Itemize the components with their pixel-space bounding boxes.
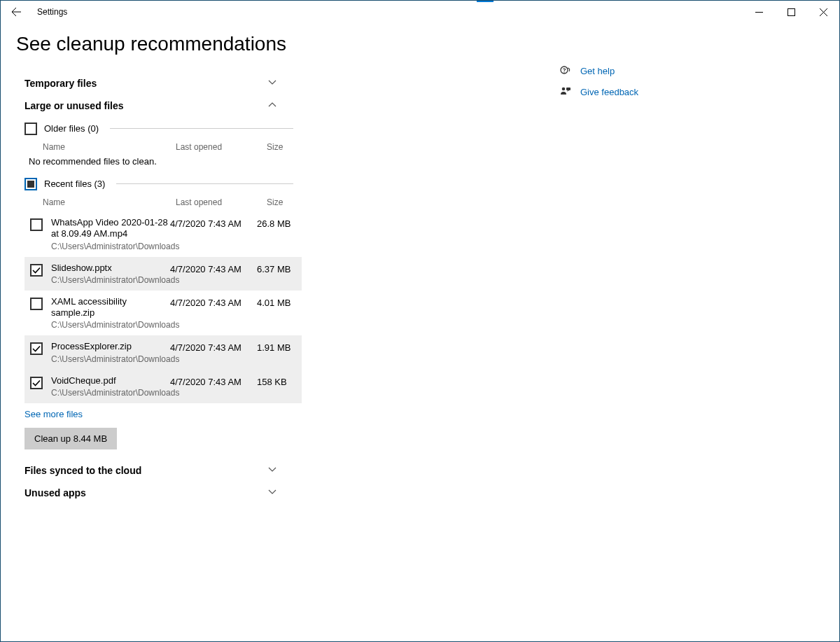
section-temporary-files[interactable]: Temporary files (16, 72, 282, 95)
file-row[interactable]: XAML accessibility sample.zipC:\Users\Ad… (24, 291, 302, 336)
section-label: Unused apps (24, 487, 86, 498)
svg-rect-0 (788, 8, 794, 15)
see-more-files-link[interactable]: See more files (24, 409, 83, 419)
col-name: Name (43, 142, 176, 152)
minimize-icon (755, 8, 763, 16)
section-unused-apps[interactable]: Unused apps (16, 482, 282, 504)
no-files-message: No recommended files to clean. (24, 156, 478, 172)
page-title: See cleanup recommendations (16, 33, 478, 55)
file-path: C:\Users\Administrator\Downloads (51, 354, 170, 364)
file-row[interactable]: ProcessExplorer.zipC:\Users\Administrato… (24, 335, 302, 369)
back-button[interactable] (1, 1, 31, 23)
section-label: Temporary files (24, 78, 97, 89)
minimize-button[interactable] (743, 1, 775, 23)
section-large-unused-files[interactable]: Large or unused files (16, 95, 282, 117)
file-name: XAML accessibility sample.zip (51, 296, 170, 319)
divider (116, 183, 293, 184)
file-checkbox[interactable] (30, 377, 43, 389)
file-name: WhatsApp Video 2020-01-28 at 8.09.49 AM.… (51, 217, 170, 240)
maximize-button[interactable] (775, 1, 807, 23)
recent-files-group: Recent files (3) Name Last opened Size W… (24, 174, 478, 403)
cleanup-button[interactable]: Clean up 8.44 MB (24, 428, 117, 449)
col-last-opened: Last opened (176, 142, 267, 152)
file-checkbox[interactable] (30, 342, 43, 355)
file-name: Slideshow.pptx (51, 263, 170, 274)
file-date: 4/7/2020 7:43 AM (170, 341, 257, 353)
col-name: Name (43, 197, 176, 207)
svg-point-2 (564, 71, 564, 72)
older-files-label: Older files (0) (44, 123, 99, 134)
col-last-opened: Last opened (176, 197, 267, 207)
file-date: 4/7/2020 7:43 AM (170, 217, 257, 229)
older-files-checkbox[interactable] (24, 123, 37, 135)
file-date: 4/7/2020 7:43 AM (170, 296, 257, 308)
file-date: 4/7/2020 7:43 AM (170, 263, 257, 274)
recent-files-checkbox[interactable] (24, 178, 37, 190)
divider (110, 128, 293, 129)
chevron-down-icon (268, 465, 276, 476)
window-title: Settings (37, 7, 67, 17)
file-size: 1.91 MB (257, 341, 306, 353)
main-column: See cleanup recommendations Temporary fi… (16, 23, 478, 504)
chevron-down-icon (268, 487, 276, 498)
file-size: 26.8 MB (257, 217, 306, 229)
file-date: 4/7/2020 7:43 AM (170, 375, 257, 387)
chevron-down-icon (268, 78, 276, 89)
file-checkbox[interactable] (30, 218, 43, 231)
file-path: C:\Users\Administrator\Downloads (51, 320, 170, 330)
file-size: 4.01 MB (257, 296, 306, 308)
chevron-up-icon (268, 100, 276, 111)
close-button[interactable] (807, 1, 839, 23)
file-path: C:\Users\Administrator\Downloads (51, 242, 170, 251)
accent-strip (477, 1, 493, 2)
get-help-link[interactable]: Get help (559, 62, 769, 83)
give-feedback-link[interactable]: Give feedback (559, 83, 769, 104)
help-column: Get help Give feedback (559, 23, 769, 104)
file-row[interactable]: WhatsApp Video 2020-01-28 at 8.09.49 AM.… (24, 211, 302, 257)
file-size: 6.37 MB (257, 263, 306, 274)
file-row[interactable]: Slideshow.pptxC:\Users\Administrator\Dow… (24, 257, 302, 291)
get-help-label: Get help (580, 66, 615, 76)
older-files-group: Older files (0) Name Last opened Size No… (24, 118, 478, 172)
file-path: C:\Users\Administrator\Downloads (51, 388, 170, 398)
svg-point-3 (562, 88, 566, 91)
back-arrow-icon (10, 6, 22, 18)
title-bar: Settings (1, 1, 839, 23)
file-path: C:\Users\Administrator\Downloads (51, 275, 170, 285)
svg-rect-4 (566, 88, 570, 90)
section-label: Large or unused files (24, 100, 124, 111)
col-size: Size (267, 197, 316, 207)
file-checkbox[interactable] (30, 264, 43, 277)
file-checkbox[interactable] (30, 298, 43, 310)
maximize-icon (788, 8, 795, 16)
give-feedback-label: Give feedback (580, 87, 638, 97)
recent-files-label: Recent files (3) (44, 179, 105, 189)
help-icon (559, 65, 572, 76)
section-label: Files synced to the cloud (24, 465, 141, 476)
file-row[interactable]: VoidCheque.pdfC:\Users\Administrator\Dow… (24, 370, 302, 403)
section-cloud-files[interactable]: Files synced to the cloud (16, 459, 282, 482)
file-size: 158 KB (257, 375, 306, 387)
feedback-icon (559, 86, 572, 97)
col-size: Size (267, 142, 316, 152)
file-name: ProcessExplorer.zip (51, 341, 170, 352)
close-icon (820, 8, 827, 16)
file-name: VoidCheque.pdf (51, 375, 170, 386)
